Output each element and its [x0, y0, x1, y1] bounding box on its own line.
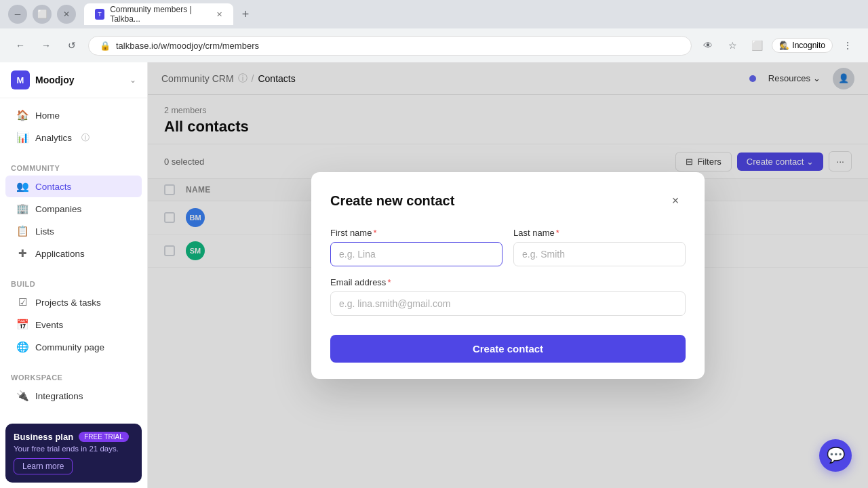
app-container: M Moodjoy ⌄ 🏠 Home 📊 Analytics ⓘ COMMUNI… [0, 62, 868, 488]
sidebar-item-label: Projects & tasks [35, 298, 101, 308]
plan-name: Business plan [14, 432, 73, 442]
extensions-icon[interactable]: ⬜ [747, 36, 766, 55]
sidebar-item-community-page[interactable]: 🌐 Community page [5, 336, 142, 358]
integrations-icon: 🔌 [16, 390, 28, 402]
email-input[interactable] [330, 291, 686, 316]
sidebar-item-label: Companies [35, 204, 81, 214]
projects-icon: ☑ [16, 296, 28, 308]
nav-section: 🏠 Home 📊 Analytics ⓘ [0, 98, 147, 155]
tab-close-icon[interactable]: ✕ [216, 10, 222, 19]
url-text: talkbase.io/w/moodjoy/crm/members [116, 41, 259, 51]
workspace-section: WORKSPACE 🔌 Integrations [0, 364, 147, 413]
applications-icon: ✚ [16, 247, 28, 260]
sidebar-item-contacts[interactable]: 👥 Contacts [5, 176, 142, 197]
browser-actions: 👁 ☆ ⬜ 🕵 Incognito ⋮ [698, 36, 857, 55]
workspace-name: Moodjoy [35, 75, 75, 85]
sidebar-item-label: Community page [35, 342, 104, 352]
email-label: Email address* [330, 277, 686, 287]
menu-icon[interactable]: ⋮ [838, 36, 857, 55]
last-name-input[interactable] [513, 242, 686, 266]
sidebar-item-events[interactable]: 📅 Events [5, 314, 142, 336]
modal-overlay[interactable]: Create new contact × First name* Last na… [148, 62, 868, 488]
required-star: * [556, 228, 559, 238]
sidebar-item-applications[interactable]: ✚ Applications [5, 243, 142, 264]
sidebar-item-integrations[interactable]: 🔌 Integrations [5, 385, 142, 407]
refresh-button[interactable]: ↺ [62, 36, 81, 55]
first-name-group: First name* [330, 228, 502, 266]
info-icon: ⓘ [81, 132, 90, 144]
lists-icon: 📋 [16, 225, 28, 237]
learn-more-button[interactable]: Learn more [14, 458, 73, 474]
first-name-label: First name* [330, 228, 502, 238]
chat-icon: 💬 [827, 447, 845, 464]
url-bar[interactable]: 🔒 talkbase.io/w/moodjoy/crm/members [88, 36, 692, 56]
email-group: Email address* [330, 277, 686, 316]
upgrade-banner-header: Business plan FREE TRIAL [14, 432, 134, 442]
required-star: * [373, 228, 376, 238]
workspace-section-label: WORKSPACE [0, 369, 147, 384]
eye-slash-icon[interactable]: 👁 [698, 36, 717, 55]
first-name-input[interactable] [330, 242, 502, 266]
sidebar-item-label: Analytics [35, 133, 72, 143]
tab-title: Community members | Talkba... [110, 5, 211, 24]
sidebar-item-label: Integrations [35, 391, 83, 401]
home-icon: 🏠 [16, 109, 28, 121]
sidebar-header: M Moodjoy ⌄ [0, 62, 147, 98]
create-contact-modal: Create new contact × First name* Last na… [311, 172, 705, 379]
minimize-button[interactable]: ─ [8, 5, 27, 24]
browser-controls: ─ ⬜ ✕ [8, 5, 76, 24]
modal-header: Create new contact × [330, 191, 686, 211]
sidebar-item-companies[interactable]: 🏢 Companies [5, 198, 142, 220]
required-star: * [387, 277, 391, 287]
browser-chrome: ─ ⬜ ✕ T Community members | Talkba... ✕ … [0, 0, 868, 62]
contacts-icon: 👥 [16, 180, 28, 192]
name-form-row: First name* Last name* [330, 228, 686, 266]
companies-icon: 🏢 [16, 203, 28, 215]
main-content: Community CRM ⓘ / Contacts Resources ⌄ 👤… [148, 62, 868, 488]
sidebar: M Moodjoy ⌄ 🏠 Home 📊 Analytics ⓘ COMMUNI… [0, 62, 148, 488]
sidebar-item-label: Contacts [35, 182, 71, 192]
last-name-group: Last name* [513, 228, 686, 266]
new-tab-button[interactable]: + [236, 5, 255, 24]
build-section-label: BUILD [0, 276, 147, 291]
modal-close-button[interactable]: × [665, 191, 686, 211]
bookmark-icon[interactable]: ☆ [723, 36, 742, 55]
address-bar: ← → ↺ 🔒 talkbase.io/w/moodjoy/crm/member… [0, 28, 868, 62]
back-button[interactable]: ← [11, 36, 30, 55]
sidebar-item-lists[interactable]: 📋 Lists [5, 220, 142, 242]
upgrade-description: Your free trial ends in 21 days. [14, 445, 134, 453]
forward-button[interactable]: → [37, 36, 56, 55]
sidebar-item-home[interactable]: 🏠 Home [5, 104, 142, 126]
free-trial-badge: FREE TRIAL [79, 432, 129, 442]
close-button[interactable]: ✕ [57, 5, 76, 24]
incognito-label: Incognito [792, 41, 825, 50]
analytics-icon: 📊 [16, 131, 28, 144]
browser-titlebar: ─ ⬜ ✕ T Community members | Talkba... ✕ … [0, 0, 868, 28]
sidebar-item-projects-tasks[interactable]: ☑ Projects & tasks [5, 291, 142, 313]
tab-favicon: T [95, 9, 104, 20]
incognito-badge: 🕵 Incognito [772, 38, 833, 53]
sidebar-item-label: Events [35, 320, 63, 330]
sidebar-item-label: Home [35, 110, 60, 121]
upgrade-banner: Business plan FREE TRIAL Your free trial… [5, 424, 142, 483]
community-page-icon: 🌐 [16, 341, 28, 353]
sidebar-item-label: Applications [35, 249, 85, 259]
workspace-chevron-icon[interactable]: ⌄ [130, 75, 136, 85]
build-section: BUILD ☑ Projects & tasks 📅 Events 🌐 Comm… [0, 270, 147, 364]
maximize-button[interactable]: ⬜ [33, 5, 52, 24]
sidebar-item-analytics[interactable]: 📊 Analytics ⓘ [5, 127, 142, 148]
sidebar-item-label: Lists [35, 226, 54, 237]
workspace-avatar: M [11, 70, 30, 89]
last-name-label: Last name* [513, 228, 686, 238]
modal-title: Create new contact [330, 193, 454, 209]
community-section: COMMUNITY 👥 Contacts 🏢 Companies 📋 Lists… [0, 155, 147, 270]
community-section-label: COMMUNITY [0, 160, 147, 175]
events-icon: 📅 [16, 319, 28, 331]
chat-widget-button[interactable]: 💬 [819, 439, 852, 472]
create-contact-submit-button[interactable]: Create contact [330, 335, 686, 363]
active-tab[interactable]: T Community members | Talkba... ✕ [84, 3, 233, 25]
